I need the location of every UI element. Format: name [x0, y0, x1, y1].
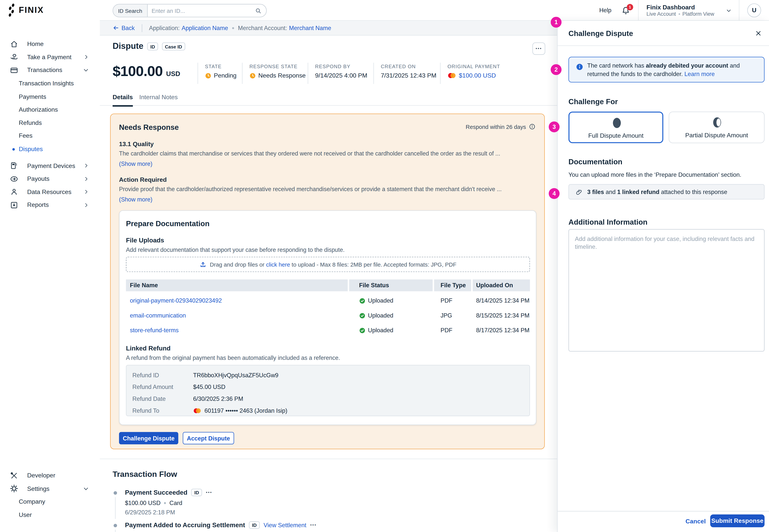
- sidebar-item-label: Authorizations: [19, 106, 58, 113]
- sidebar-item-label: Transaction Insights: [19, 80, 74, 87]
- org-name: Finix Dashboard: [647, 4, 725, 11]
- sidebar-item-payouts[interactable]: Payouts: [0, 172, 100, 186]
- case-id-chip[interactable]: Case ID: [162, 43, 185, 50]
- submit-response-button[interactable]: Submit Response: [710, 514, 765, 527]
- arrow-left-icon: [113, 25, 119, 31]
- table-row[interactable]: store-refund-terms Uploaded PDF 8/17/202…: [126, 327, 530, 334]
- sidebar-item-user[interactable]: User: [0, 508, 100, 522]
- chevron-down-icon: [726, 7, 732, 14]
- sidebar-item-payment-devices[interactable]: Payment Devices: [0, 159, 100, 172]
- notification-badge: 1: [627, 4, 633, 10]
- stat-label: RESPONSE STATE: [249, 64, 308, 69]
- sidebar-item-label: Home: [27, 41, 44, 47]
- sidebar-item-fees[interactable]: Fees: [0, 129, 100, 143]
- cancel-button[interactable]: Cancel: [686, 518, 706, 525]
- info-filled-icon: [576, 63, 583, 71]
- refund-field-value: 6/30/2025 2:36 PM: [193, 395, 243, 402]
- reason-body: The cardholder claims that merchandise o…: [119, 150, 537, 157]
- documentation-desc: You can upload more files in the ‘Prepar…: [569, 171, 741, 178]
- sidebar-item-label: Data Resources: [27, 188, 71, 195]
- sidebar-item-label: Company: [19, 498, 45, 505]
- chevron-down-icon: [83, 67, 89, 73]
- table-row[interactable]: email-communication Uploaded JPG 8/15/20…: [126, 312, 530, 319]
- search-input[interactable]: [148, 8, 255, 14]
- chevron-right-icon: [83, 189, 89, 195]
- show-more-link[interactable]: (Show more): [119, 160, 152, 167]
- stat-label: STATE: [205, 64, 242, 69]
- file-name-link[interactable]: email-communication: [126, 312, 349, 319]
- half-circle-icon: [712, 116, 722, 128]
- challenge-dispute-button[interactable]: Challenge Dispute: [119, 432, 178, 444]
- close-icon[interactable]: [755, 30, 762, 37]
- sidebar-item-transaction-insights[interactable]: Transaction Insights: [0, 77, 100, 90]
- file-uploaded-on: 8/14/2025 12:34 PM: [473, 297, 530, 304]
- sidebar-item-home[interactable]: Home: [0, 38, 100, 51]
- sidebar-item-disputes[interactable]: Disputes: [0, 142, 100, 156]
- table-row[interactable]: original-payment-02934029023492 Uploaded…: [126, 297, 530, 304]
- learn-more-link[interactable]: Learn more: [685, 71, 715, 78]
- active-dot: [12, 148, 15, 150]
- option-partial-dispute[interactable]: Partial Dispute Amount: [669, 112, 765, 143]
- click-here-link[interactable]: click here: [266, 261, 290, 267]
- sidebar-item-label: Payment Devices: [27, 162, 75, 169]
- banner-bold-text: already debited your account: [646, 62, 728, 69]
- sidebar-item-company[interactable]: Company: [0, 495, 100, 508]
- file-uploaded-on: 8/17/2025 12:34 PM: [473, 327, 530, 334]
- sidebar-item-transactions[interactable]: Transactions: [0, 64, 100, 77]
- finix-logo[interactable]: FINIX: [7, 3, 44, 17]
- info-icon[interactable]: [529, 124, 536, 130]
- event-more-button[interactable]: •••: [206, 490, 212, 495]
- sidebar-item-label: Refunds: [19, 119, 42, 126]
- panel-header-divider: [558, 45, 769, 46]
- id-chip[interactable]: ID: [147, 43, 158, 50]
- view-label: Platform View: [682, 11, 714, 17]
- timeline-dot: [114, 524, 117, 527]
- help-link[interactable]: Help: [599, 7, 612, 14]
- sidebar-item-payments[interactable]: Payments: [0, 90, 100, 103]
- tab-internal-notes[interactable]: Internal Notes: [139, 94, 178, 101]
- application-link[interactable]: Application Name: [182, 25, 228, 31]
- prepare-documentation-card: Prepare Documentation File Uploads Add r…: [119, 210, 536, 425]
- stat-value: Pending: [214, 72, 236, 79]
- original-payment-link[interactable]: $100.00 USD: [459, 72, 496, 79]
- sidebar-item-reports[interactable]: Reports: [0, 199, 100, 212]
- sidebar-item-authorizations[interactable]: Authorizations: [0, 103, 100, 116]
- annotation-badge-1: 1: [551, 17, 562, 28]
- sidebar-item-developer[interactable]: Developer: [0, 469, 100, 482]
- search-icon[interactable]: [255, 7, 262, 14]
- home-icon: [10, 40, 18, 48]
- id-chip[interactable]: ID: [191, 489, 202, 496]
- tab-details[interactable]: Details: [113, 94, 133, 107]
- show-more-link[interactable]: (Show more): [119, 196, 152, 203]
- id-chip[interactable]: ID: [249, 521, 259, 529]
- refund-field-value: TR6bboXHjvQpqUsaZF5UcGw9: [193, 372, 278, 379]
- merchant-link[interactable]: Merchant Name: [289, 25, 331, 31]
- take-payment-icon: [10, 53, 18, 61]
- accept-dispute-button[interactable]: Accept Dispute: [183, 432, 234, 444]
- clock-icon: [249, 72, 256, 79]
- file-dropzone[interactable]: Drag and drop files or click here to upl…: [126, 257, 530, 272]
- file-name-link[interactable]: store-refund-terms: [126, 327, 349, 334]
- back-button[interactable]: Back: [113, 25, 135, 31]
- more-actions-button[interactable]: •••: [533, 43, 545, 55]
- additional-info-textarea[interactable]: [569, 229, 764, 351]
- sidebar-item-data-resources[interactable]: Data Resources: [0, 185, 100, 199]
- sidebar-item-settings[interactable]: Settings: [0, 482, 100, 495]
- file-name-link[interactable]: original-payment-02934029023492: [126, 297, 349, 304]
- view-settlement-link[interactable]: View Settlement: [263, 522, 306, 529]
- sidebar-item-label: Fees: [19, 133, 33, 139]
- chevron-right-icon: [83, 176, 89, 182]
- sidebar-item-refunds[interactable]: Refunds: [0, 116, 100, 129]
- event-more-button[interactable]: •••: [310, 523, 316, 527]
- annotation-badge-3: 3: [549, 121, 560, 132]
- sidebar-item-take-a-payment[interactable]: Take a Payment: [0, 51, 100, 64]
- notifications-button[interactable]: 1: [621, 6, 630, 15]
- option-full-dispute[interactable]: Full Dispute Amount: [569, 112, 663, 143]
- file-status: Uploaded: [368, 312, 393, 319]
- info-banner: The card network has already debited you…: [569, 57, 764, 82]
- account-switcher[interactable]: Finix Dashboard Live Account Platform Vi…: [639, 4, 739, 17]
- avatar[interactable]: U: [747, 3, 761, 17]
- check-circle-icon: [359, 297, 365, 304]
- mastercard-icon: [193, 408, 201, 414]
- panel-title: Challenge Dispute: [569, 29, 633, 38]
